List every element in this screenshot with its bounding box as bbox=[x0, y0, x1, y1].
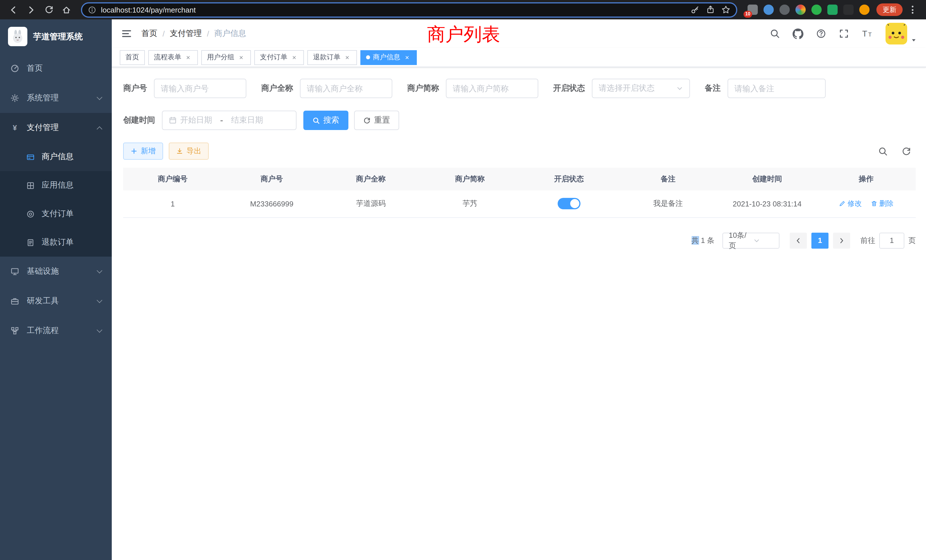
sidebar-item-pay-order[interactable]: 支付订单 bbox=[0, 200, 112, 228]
browser-update-button[interactable]: 更新 bbox=[876, 3, 903, 16]
sidebar-item-app-info[interactable]: 应用信息 bbox=[0, 171, 112, 200]
user-avatar[interactable] bbox=[885, 23, 907, 44]
user-menu[interactable] bbox=[885, 23, 917, 44]
reload-icon[interactable] bbox=[41, 2, 56, 17]
extension-icon-2[interactable] bbox=[764, 5, 774, 15]
page-content: 商户号 商户全称 商户简称 开启状态 请选择开启状态 bbox=[112, 67, 926, 560]
sidebar-item-merchant-info[interactable]: 商户信息 bbox=[0, 142, 112, 171]
back-icon[interactable] bbox=[6, 2, 21, 17]
document-icon bbox=[26, 238, 35, 247]
tab-refund-order[interactable]: 退款订单× bbox=[307, 50, 357, 65]
github-icon[interactable] bbox=[793, 23, 803, 44]
sidebar-item-infra[interactable]: 基础设施 bbox=[0, 257, 112, 286]
full-name-input[interactable] bbox=[307, 84, 386, 93]
cell-actions: 修改 删除 bbox=[817, 191, 916, 217]
home-icon[interactable] bbox=[59, 2, 74, 17]
extension-icon-3[interactable] bbox=[779, 5, 790, 15]
key-icon[interactable] bbox=[690, 5, 700, 14]
close-icon[interactable]: × bbox=[403, 53, 411, 61]
caret-down-icon bbox=[676, 85, 683, 92]
browser-chrome: localhost:1024/pay/merchant 10 更新 bbox=[0, 0, 926, 20]
export-button[interactable]: 导出 bbox=[169, 142, 209, 160]
delete-link[interactable]: 删除 bbox=[871, 199, 894, 209]
extension-icon-4[interactable] bbox=[796, 5, 806, 15]
browser-window: localhost:1024/pay/merchant 10 更新 bbox=[0, 0, 926, 560]
app-logo[interactable]: 芋道管理系统 bbox=[0, 20, 112, 54]
main-panel: 商户列表 首页 / 支付管理 / 商户信息 TT bbox=[112, 20, 926, 560]
help-icon[interactable] bbox=[816, 23, 826, 44]
filter-status: 开启状态 请选择开启状态 bbox=[553, 79, 690, 98]
sidebar-item-workflow[interactable]: 工作流程 bbox=[0, 316, 112, 345]
scale-wrap: localhost:1024/pay/merchant 10 更新 bbox=[0, 0, 926, 560]
tab-user-group[interactable]: 用户分组× bbox=[201, 50, 251, 65]
close-icon[interactable]: × bbox=[237, 53, 245, 61]
cell-remark: 我是备注 bbox=[619, 191, 718, 217]
search-icon[interactable] bbox=[770, 23, 780, 44]
fullscreen-icon[interactable] bbox=[839, 23, 849, 44]
refresh-icon bbox=[363, 117, 371, 124]
tab-merchant-info[interactable]: 商户信息× bbox=[360, 50, 417, 65]
info-icon[interactable] bbox=[88, 5, 96, 14]
extension-icon-7[interactable] bbox=[843, 5, 853, 15]
breadcrumb: 首页 / 支付管理 / 商户信息 bbox=[141, 29, 246, 39]
page-size-select[interactable]: 10条/页 bbox=[722, 232, 779, 248]
refresh-table-icon[interactable] bbox=[902, 146, 911, 156]
date-range-picker[interactable]: 开始日期 - 结束日期 bbox=[162, 110, 297, 130]
filter-full-name: 商户全称 bbox=[261, 79, 392, 98]
status-select[interactable]: 请选择开启状态 bbox=[592, 79, 690, 98]
sidebar-item-payment[interactable]: ¥ 支付管理 bbox=[0, 113, 112, 142]
extension-icon-5[interactable] bbox=[811, 5, 822, 15]
extension-icon-1[interactable]: 10 bbox=[747, 5, 758, 15]
remark-input[interactable] bbox=[734, 84, 819, 93]
star-icon[interactable] bbox=[721, 5, 731, 14]
tab-pay-order[interactable]: 支付订单× bbox=[254, 50, 304, 65]
toggle-search-icon[interactable] bbox=[878, 146, 888, 156]
next-page-button[interactable] bbox=[833, 232, 850, 248]
page-1-button[interactable]: 1 bbox=[811, 232, 829, 248]
download-icon bbox=[176, 148, 183, 154]
caret-down-icon bbox=[753, 237, 774, 244]
share-icon[interactable] bbox=[706, 5, 715, 14]
tab-home[interactable]: 首页 bbox=[120, 50, 145, 65]
url-text[interactable]: localhost:1024/pay/merchant bbox=[101, 5, 686, 14]
sidebar-item-refund-order[interactable]: 退款订单 bbox=[0, 228, 112, 257]
sidebar-item-dev-tools[interactable]: 研发工具 bbox=[0, 286, 112, 316]
add-button[interactable]: 新增 bbox=[123, 142, 163, 160]
close-icon[interactable]: × bbox=[290, 53, 298, 61]
status-toggle[interactable] bbox=[558, 198, 581, 210]
merchant-no-input[interactable] bbox=[161, 84, 239, 93]
prev-page-button[interactable] bbox=[790, 232, 807, 248]
font-size-icon[interactable]: TT bbox=[862, 23, 873, 44]
page-annotation: 商户列表 bbox=[427, 24, 500, 44]
goto-page-input[interactable] bbox=[879, 232, 904, 248]
reset-button[interactable]: 重置 bbox=[354, 110, 399, 130]
extension-icon-6[interactable] bbox=[828, 5, 838, 15]
profile-avatar-icon[interactable] bbox=[859, 5, 870, 15]
search-button[interactable]: 搜索 bbox=[303, 110, 348, 130]
gear-icon bbox=[10, 94, 20, 103]
tab-process-form[interactable]: 流程表单× bbox=[148, 50, 198, 65]
close-icon[interactable]: × bbox=[343, 53, 351, 61]
hamburger-icon[interactable] bbox=[121, 28, 132, 39]
pencil-icon bbox=[839, 200, 846, 207]
page-jumper: 前往 页 bbox=[861, 232, 916, 248]
date-end-input[interactable]: 结束日期 bbox=[231, 115, 263, 126]
breadcrumb-payment[interactable]: 支付管理 bbox=[170, 29, 202, 39]
plus-icon bbox=[130, 148, 138, 154]
url-bar[interactable]: localhost:1024/pay/merchant bbox=[81, 2, 737, 17]
filter-create-time: 创建时间 开始日期 - 结束日期 bbox=[123, 110, 297, 130]
svg-text:T: T bbox=[868, 31, 872, 38]
short-name-input[interactable] bbox=[453, 84, 531, 93]
edit-link[interactable]: 修改 bbox=[839, 199, 862, 209]
date-start-input[interactable]: 开始日期 bbox=[180, 115, 212, 126]
cell-merchant-no: M233666999 bbox=[222, 191, 322, 217]
breadcrumb-home[interactable]: 首页 bbox=[141, 29, 157, 39]
cell-full-name: 芋道源码 bbox=[321, 191, 421, 217]
extensions-area: 10 更新 bbox=[744, 3, 920, 16]
calendar-icon bbox=[169, 117, 177, 124]
close-icon[interactable]: × bbox=[184, 53, 192, 61]
sidebar-item-system[interactable]: 系统管理 bbox=[0, 83, 112, 113]
browser-menu-icon[interactable] bbox=[908, 6, 917, 14]
forward-icon[interactable] bbox=[23, 2, 39, 17]
sidebar-item-home[interactable]: 首页 bbox=[0, 54, 112, 83]
